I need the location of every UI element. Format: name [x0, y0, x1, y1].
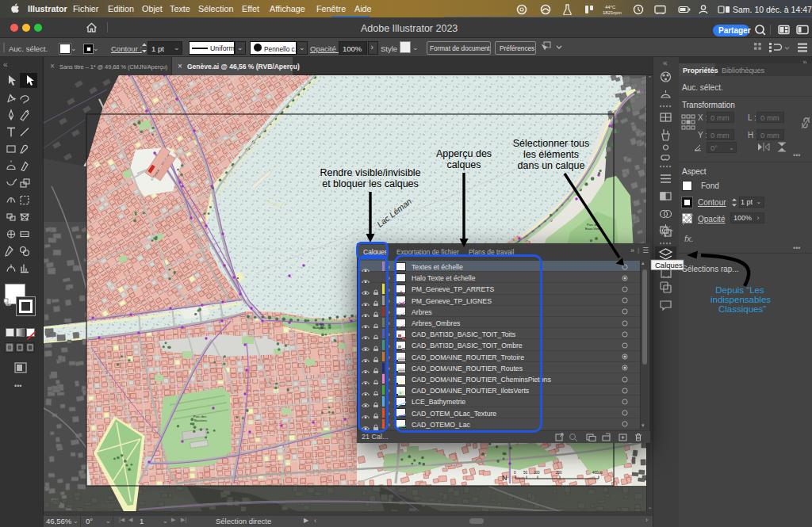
svg-text:Classiques”: Classiques” — [718, 304, 766, 314]
svg-text:et bloquer les calques: et bloquer les calques — [322, 178, 419, 189]
svg-text:Calques: Calques — [655, 261, 683, 269]
svg-text:Apperçu des: Apperçu des — [436, 148, 492, 159]
svg-text:les éléments: les éléments — [523, 149, 579, 160]
svg-text:dans un calque: dans un calque — [518, 160, 585, 171]
svg-text:Depuis “Les: Depuis “Les — [715, 285, 764, 295]
svg-text:Rendre visible/invisible: Rendre visible/invisible — [320, 167, 420, 178]
svg-text:calques: calques — [446, 159, 481, 170]
svg-text:Sélectionner tous: Sélectionner tous — [513, 138, 590, 149]
svg-text:indispensables: indispensables — [710, 295, 771, 304]
